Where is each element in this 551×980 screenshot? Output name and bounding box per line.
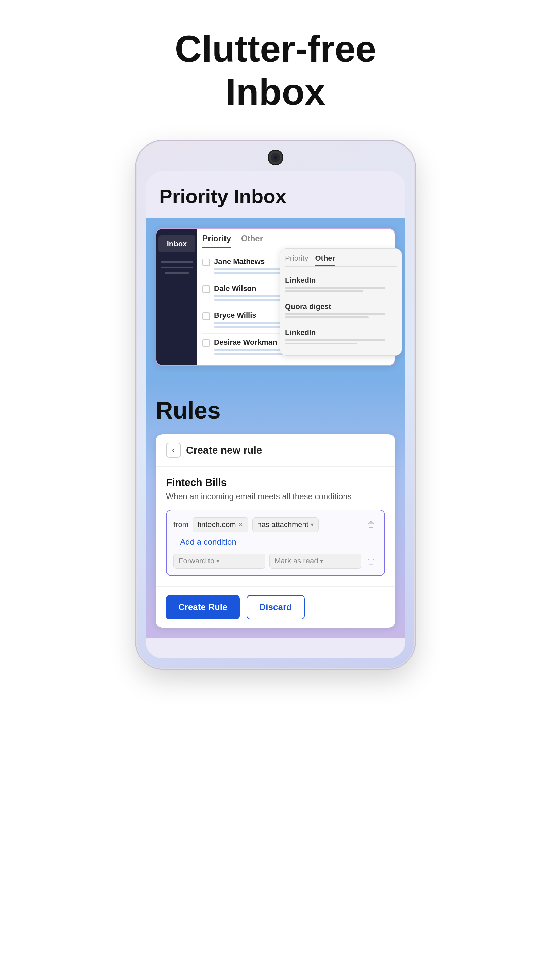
rule-card-title: Create new rule	[186, 444, 262, 456]
create-rule-button[interactable]: Create Rule	[166, 595, 240, 619]
sidebar-line-3	[165, 272, 189, 274]
hero-title: Clutter-free Inbox	[175, 27, 376, 113]
other-line-3a	[285, 339, 385, 341]
other-tab-other[interactable]: Other	[315, 254, 335, 266]
delete-action-icon[interactable]: 🗑	[365, 555, 378, 567]
other-email-row-1[interactable]: LinkedIn	[285, 272, 397, 298]
other-line-1b	[285, 290, 363, 292]
other-email-sender-1: LinkedIn	[285, 276, 397, 285]
forward-to-select[interactable]: Forward to ▾	[173, 554, 265, 569]
inbox-section-bg: Inbox Priority Other	[146, 218, 405, 380]
checkbox-3[interactable]	[202, 312, 210, 320]
from-label: from	[173, 520, 189, 529]
other-tabs: Priority Other	[285, 254, 397, 267]
rules-section: Rules ‹ Create new rule Fintech Bills Wh…	[146, 380, 405, 638]
delete-condition-icon[interactable]: 🗑	[365, 519, 378, 531]
select-arrow-icon: ▾	[311, 521, 314, 528]
tab-other[interactable]: Other	[241, 234, 263, 248]
action-row: Forward to ▾ Mark as read ▾ 🗑	[173, 554, 378, 569]
rule-name: Fintech Bills	[166, 477, 385, 488]
phone-mockup: Priority Inbox Inbox	[136, 140, 415, 669]
add-condition-button[interactable]: + Add a condition	[173, 537, 378, 547]
other-email-sender-3: LinkedIn	[285, 328, 397, 337]
has-attachment-label: has attachment	[257, 520, 308, 529]
checkbox-2[interactable]	[202, 285, 210, 293]
other-tab-priority[interactable]: Priority	[285, 254, 308, 266]
rule-buttons: Create Rule Discard	[156, 586, 395, 628]
chip-close-icon[interactable]: ✕	[238, 521, 243, 528]
rule-card-header: ‹ Create new rule	[156, 434, 395, 466]
from-chip[interactable]: fintech.com ✕	[192, 517, 248, 532]
checkbox-1[interactable]	[202, 259, 210, 266]
back-icon[interactable]: ‹	[166, 443, 181, 458]
phone-screen: Priority Inbox Inbox	[146, 171, 405, 659]
rules-title: Rules	[156, 397, 395, 424]
sidebar-line-1	[160, 261, 193, 263]
sidebar: Inbox	[156, 229, 197, 366]
other-line-2a	[285, 313, 385, 315]
camera-notch	[269, 151, 282, 164]
conditions-box: from fintech.com ✕ has attachment ▾ 🗑	[166, 510, 385, 576]
from-value: fintech.com	[198, 520, 236, 529]
other-line-3b	[285, 343, 357, 344]
checkbox-4[interactable]	[202, 339, 210, 347]
other-line-2b	[285, 317, 369, 318]
other-email-row-3[interactable]: LinkedIn	[285, 324, 397, 350]
sidebar-inbox-label: Inbox	[159, 235, 195, 253]
sidebar-line-2	[160, 267, 193, 268]
discard-button[interactable]: Discard	[246, 595, 305, 619]
mark-as-read-select[interactable]: Mark as read ▾	[269, 554, 361, 569]
priority-inbox-title: Priority Inbox	[156, 185, 395, 208]
other-email-row-2[interactable]: Quora digest	[285, 298, 397, 324]
rule-card-body: Fintech Bills When an incoming email mee…	[156, 466, 395, 586]
tab-priority[interactable]: Priority	[202, 234, 231, 248]
other-email-sender-2: Quora digest	[285, 302, 397, 311]
rule-card: ‹ Create new rule Fintech Bills When an …	[156, 434, 395, 628]
condition-row-1: from fintech.com ✕ has attachment ▾ 🗑	[173, 517, 378, 532]
mark-select-arrow: ▾	[320, 557, 323, 565]
rule-description: When an incoming email meets all these c…	[166, 492, 385, 501]
other-line-1a	[285, 287, 385, 288]
mark-as-read-label: Mark as read	[275, 557, 318, 566]
forward-to-label: Forward to	[179, 557, 214, 566]
other-card: Priority Other LinkedIn Quora digest	[279, 248, 402, 356]
inbox-tabs: Priority Other	[202, 234, 389, 248]
has-attachment-select[interactable]: has attachment ▾	[252, 517, 319, 532]
forward-select-arrow: ▾	[216, 557, 219, 565]
